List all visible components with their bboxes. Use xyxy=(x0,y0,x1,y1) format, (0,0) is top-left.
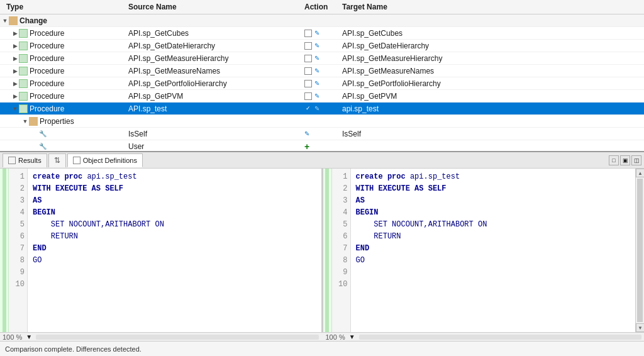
checkbox-proc1[interactable] xyxy=(304,30,312,37)
tree-action-proc4: ✎ xyxy=(302,67,340,75)
tree-row-proc-3[interactable]: ▶ Procedure API.sp_GetMeasureHierarchy ✎… xyxy=(0,52,644,65)
code-content-left[interactable]: create proc api.sp_test WITH EXECUTE AS … xyxy=(28,169,321,332)
proc-icon-6 xyxy=(19,92,28,101)
tree-action-proc6: ✎ xyxy=(302,92,340,100)
tree-source-proc5: API.sp_GetPortfolioHierarchy xyxy=(126,79,302,88)
checkbox-proc-sel[interactable] xyxy=(304,105,312,113)
scroll-thumb[interactable] xyxy=(637,179,643,322)
tab-objdef-label: Object Definitions xyxy=(83,157,137,164)
proc-icon-sel xyxy=(19,104,28,113)
status-bar: Comparison complete. Differences detecte… xyxy=(0,341,644,356)
expand-icon-proc-sel[interactable]: ▼ xyxy=(11,105,19,113)
tree-source-proc1: API.sp_GetCubes xyxy=(126,29,302,38)
tree-action-proc3: ✎ xyxy=(302,55,340,62)
tab-ctrl-2[interactable]: ▣ xyxy=(620,155,630,165)
tree-row-proc-2[interactable]: ▶ Procedure API.sp_GetDateHierarchy ✎ AP… xyxy=(0,40,644,52)
checkbox-proc4[interactable] xyxy=(304,67,312,75)
tree-label-proc5: Procedure xyxy=(30,79,64,88)
tree-target-proc6: API.sp_GetPVM xyxy=(340,92,644,101)
checkbox-proc2[interactable] xyxy=(304,42,312,50)
checkbox-proc5[interactable] xyxy=(304,80,312,87)
tree-scroll-area[interactable]: ▼ Change ▶ Procedure API.sp_GetCubes ✎ A… xyxy=(0,14,644,151)
tree-label-proc2: Procedure xyxy=(30,42,64,50)
zoom-dropdown-right[interactable]: ▼ xyxy=(349,333,355,340)
tree-target-proc-sel: api.sp_test xyxy=(340,104,644,113)
tree-target-proc4: API.sp_GetMeasureNames xyxy=(340,67,644,75)
tree-label-proc-sel: Procedure xyxy=(30,104,64,113)
hscroll-left[interactable] xyxy=(36,335,318,340)
expand-icon-change[interactable]: ▼ xyxy=(1,17,9,25)
tree-label-proc3: Procedure xyxy=(30,54,64,63)
pencil-icon-proc2: ✎ xyxy=(314,42,319,49)
expand-icon-proc5[interactable]: ▶ xyxy=(11,80,19,87)
scroll-down-btn[interactable]: ▼ xyxy=(636,323,644,332)
expand-icon-proc6[interactable]: ▶ xyxy=(11,92,19,100)
checkbox-proc3[interactable] xyxy=(304,55,312,62)
gutter-right xyxy=(323,169,332,332)
wrench-icon-user: 🔧 xyxy=(39,143,47,150)
tree-source-proc2: API.sp_GetDateHierarchy xyxy=(126,42,302,50)
tree-source-proc6: API.sp_GetPVM xyxy=(126,92,302,101)
right-scrollbar[interactable]: ▲ ▼ xyxy=(635,169,644,332)
tree-header: Type Source Name Action Target Name xyxy=(0,0,644,14)
tab-bar: Results ⇅ Object Definitions □ ▣ ◫ xyxy=(0,152,644,169)
tree-row-user[interactable]: ▶ 🔧 User + xyxy=(0,140,644,151)
tree-label-change: Change xyxy=(19,16,47,25)
scroll-up-btn[interactable]: ▲ xyxy=(636,169,644,177)
bottom-panel: 12345 678910 create proc api.sp_test WIT… xyxy=(0,169,644,341)
tree-row-properties[interactable]: ▼ Properties xyxy=(0,115,644,128)
tree-label-props: Properties xyxy=(40,117,74,126)
tree-target-proc3: API.sp_GetMeasureHierarchy xyxy=(340,54,644,63)
expand-icon-proc3[interactable]: ▶ xyxy=(11,55,19,62)
code-panel-left[interactable]: 12345 678910 create proc api.sp_test WIT… xyxy=(0,169,321,332)
tree-panel: Type Source Name Action Target Name ▼ Ch… xyxy=(0,0,644,152)
tab-sort[interactable]: ⇅ xyxy=(48,153,66,167)
tab-ctrl-1[interactable]: □ xyxy=(609,155,619,165)
zoom-dropdown-left[interactable]: ▼ xyxy=(26,333,32,340)
col-target-header: Target Name xyxy=(340,3,635,11)
tree-row-change[interactable]: ▼ Change xyxy=(0,14,644,27)
folder-icon-props xyxy=(29,117,38,126)
tree-target-proc1: API.sp_GetCubes xyxy=(340,29,644,38)
tree-source-proc-sel: API.sp_test xyxy=(126,104,302,113)
code-panels: 12345 678910 create proc api.sp_test WIT… xyxy=(0,169,644,332)
tree-row-proc-selected[interactable]: ▼ Procedure API.sp_test ✎ api.sp_test xyxy=(0,103,644,115)
proc-icon-3 xyxy=(19,54,28,63)
tree-action-proc-sel: ✎ xyxy=(302,105,340,113)
results-icon xyxy=(8,157,16,164)
code-panel-right[interactable]: 12345 678910 create proc api.sp_test WIT… xyxy=(323,169,645,332)
tree-row-proc-5[interactable]: ▶ Procedure API.sp_GetPortfolioHierarchy… xyxy=(0,77,644,90)
expand-icon-proc2[interactable]: ▶ xyxy=(11,42,19,50)
tree-action-proc1: ✎ xyxy=(302,30,340,37)
tab-results-label: Results xyxy=(18,157,42,164)
tree-action-proc5: ✎ xyxy=(302,80,340,87)
expand-icon-proc4[interactable]: ▶ xyxy=(11,67,19,75)
col-type-header: Type xyxy=(0,3,126,11)
tree-row-proc-1[interactable]: ▶ Procedure API.sp_GetCubes ✎ API.sp_Get… xyxy=(0,27,644,40)
col-action-header: Action xyxy=(302,3,340,11)
tab-controls: □ ▣ ◫ xyxy=(609,155,641,165)
hscroll-right[interactable] xyxy=(359,335,641,340)
status-message: Comparison complete. Differences detecte… xyxy=(5,345,142,353)
tree-source-isself: IsSelf xyxy=(126,130,302,138)
zoom-label-left: 100 % xyxy=(3,333,22,341)
line-numbers-right: 12345 678910 xyxy=(332,169,351,332)
tab-object-defs[interactable]: Object Definitions xyxy=(67,153,143,167)
tab-ctrl-3[interactable]: ◫ xyxy=(631,155,641,165)
proc-icon-2 xyxy=(19,42,28,50)
tree-target-proc2: API.sp_GetDateHierarchy xyxy=(340,42,644,50)
checkbox-proc6[interactable] xyxy=(304,92,312,100)
sort-icon: ⇅ xyxy=(54,156,60,165)
expand-icon-props[interactable]: ▼ xyxy=(21,118,29,125)
code-content-right[interactable]: create proc api.sp_test WITH EXECUTE AS … xyxy=(351,169,636,332)
proc-icon-4 xyxy=(19,67,28,75)
tree-row-proc-6[interactable]: ▶ Procedure API.sp_GetPVM ✎ API.sp_GetPV… xyxy=(0,90,644,103)
tab-results[interactable]: Results xyxy=(3,153,47,167)
expand-icon-proc1[interactable]: ▶ xyxy=(11,30,19,37)
tree-row-proc-4[interactable]: ▶ Procedure API.sp_GetMeasureNames ✎ API… xyxy=(0,65,644,77)
zoom-label-right: 100 % xyxy=(326,333,345,341)
tree-source-proc3: API.sp_GetMeasureHierarchy xyxy=(126,54,302,63)
tree-action-isself: ✎ xyxy=(302,130,340,137)
tree-row-isself[interactable]: ▶ 🔧 IsSelf ✎ IsSelf xyxy=(0,128,644,140)
proc-icon-1 xyxy=(19,29,28,38)
